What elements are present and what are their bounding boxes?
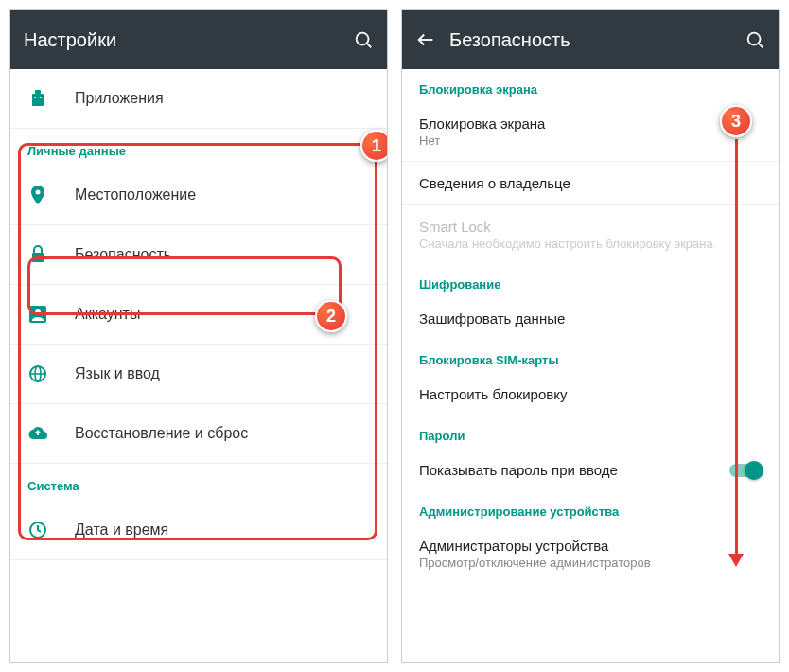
section-passwords: Пароли xyxy=(402,416,779,449)
item-title: Показывать пароль при вводе xyxy=(419,462,618,478)
appbar-title: Настройки xyxy=(24,29,340,51)
clock-icon xyxy=(27,520,48,540)
item-show-password[interactable]: Показывать пароль при вводе xyxy=(402,449,779,491)
item-label: Приложения xyxy=(75,90,164,107)
lock-icon xyxy=(27,244,48,265)
svg-point-15 xyxy=(748,33,761,45)
section-system: Система xyxy=(10,464,387,501)
item-title: Блокировка экрана xyxy=(419,115,762,132)
settings-item-apps[interactable]: Приложения xyxy=(10,69,387,129)
settings-item-security[interactable]: Безопасность xyxy=(10,225,387,285)
svg-rect-7 xyxy=(32,253,44,262)
location-icon xyxy=(27,185,48,205)
appbar-title: Безопасность xyxy=(449,29,731,51)
item-title: Smart Lock xyxy=(419,219,762,235)
settings-screen: Настройки Приложения Личные данные Место… xyxy=(9,9,388,663)
scroll-arrow-head xyxy=(728,554,744,567)
item-title: Администраторы устройства xyxy=(419,538,762,554)
back-icon[interactable] xyxy=(415,29,436,50)
svg-point-6 xyxy=(36,190,41,195)
appbar: Настройки xyxy=(10,10,387,69)
item-owner-info[interactable]: Сведения о владельце xyxy=(402,162,779,205)
security-screen: Безопасность Блокировка экрана Блокировк… xyxy=(401,9,780,663)
scroll-arrow-line xyxy=(735,139,738,556)
marker-2: 2 xyxy=(315,300,347,332)
search-icon[interactable] xyxy=(353,29,374,50)
item-device-admins[interactable]: Администраторы устройства Просмотр/отклю… xyxy=(402,524,779,583)
marker-3: 3 xyxy=(720,105,752,137)
item-encrypt[interactable]: Зашифровать данные xyxy=(402,297,779,340)
section-sim: Блокировка SIM-карты xyxy=(402,340,779,373)
svg-rect-2 xyxy=(32,94,44,106)
item-smartlock: Smart Lock Сначала необходимо настроить … xyxy=(402,205,779,264)
backup-icon xyxy=(27,423,48,444)
account-icon xyxy=(27,304,48,325)
item-label: Местоположение xyxy=(75,186,196,203)
item-title: Сведения о владельце xyxy=(419,175,762,191)
item-subtitle: Нет xyxy=(419,133,762,148)
marker-1: 1 xyxy=(360,130,388,162)
item-title: Настроить блокировку xyxy=(419,386,762,402)
apps-icon xyxy=(27,88,48,109)
item-sim-lock[interactable]: Настроить блокировку xyxy=(402,373,779,416)
appbar: Безопасность xyxy=(402,10,779,69)
svg-rect-3 xyxy=(35,90,41,94)
svg-point-0 xyxy=(357,33,369,45)
globe-icon xyxy=(27,363,48,384)
settings-item-language[interactable]: Язык и ввод xyxy=(10,345,387,404)
settings-item-backup[interactable]: Восстановление и сброс xyxy=(10,404,387,464)
item-title: Зашифровать данные xyxy=(419,310,762,327)
item-subtitle: Сначала необходимо настроить блокировку … xyxy=(419,237,762,251)
search-icon[interactable] xyxy=(745,29,765,50)
item-label: Аккаунты xyxy=(75,306,140,323)
svg-line-16 xyxy=(759,44,763,47)
settings-item-datetime[interactable]: Дата и время xyxy=(10,501,387,560)
svg-point-5 xyxy=(40,97,42,98)
item-label: Восстановление и сброс xyxy=(75,425,248,442)
svg-point-4 xyxy=(34,97,36,98)
item-subtitle: Просмотр/отключение администраторов xyxy=(419,556,762,570)
item-label: Дата и время xyxy=(75,522,168,539)
section-screenlock: Блокировка экрана xyxy=(402,69,779,102)
item-label: Безопасность xyxy=(75,246,171,263)
item-label: Язык и ввод xyxy=(75,365,160,382)
svg-line-1 xyxy=(367,44,371,47)
svg-point-9 xyxy=(35,309,41,315)
section-personal: Личные данные xyxy=(10,129,387,166)
section-encryption: Шифрование xyxy=(402,264,779,297)
section-admin: Администрирование устройства xyxy=(402,491,779,524)
settings-item-location[interactable]: Местоположение xyxy=(10,166,387,225)
